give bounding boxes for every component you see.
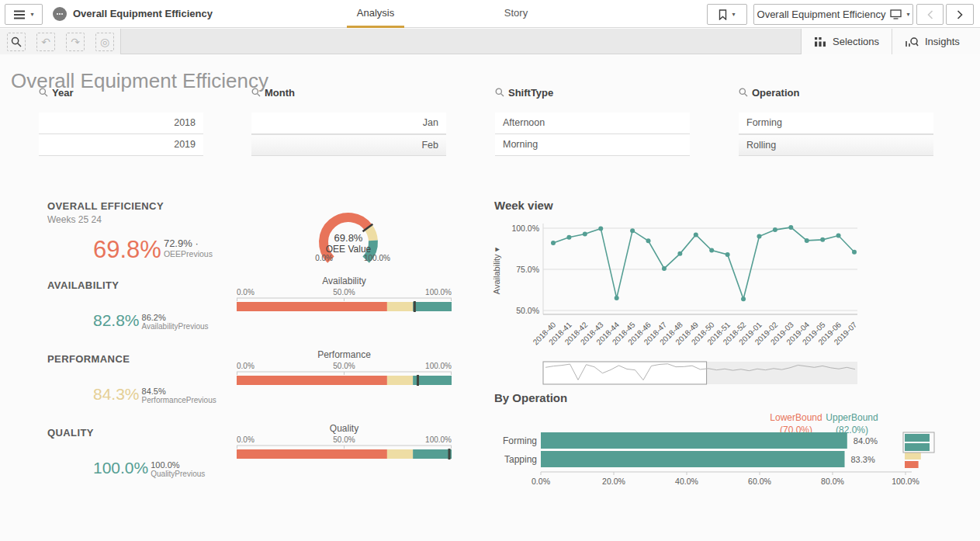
reset-icon: ◎	[100, 36, 109, 47]
search-icon	[39, 88, 48, 97]
clear-selections-button[interactable]: ◎	[95, 33, 114, 51]
quality-bullet-chart[interactable]: Quality0.0%50.0%100.0%	[237, 423, 452, 463]
section-value: 84.3%	[93, 386, 140, 402]
svg-text:Forming: Forming	[503, 435, 537, 446]
tab-story[interactable]: Story	[487, 0, 545, 28]
filter-pane-operation: OperationFormingRolling	[739, 85, 933, 156]
legend-upperbound: UpperBound	[826, 412, 878, 423]
svg-text:0.0%: 0.0%	[315, 254, 333, 262]
sheet-selector-button[interactable]: Overall Equipment Efficiency ▾	[753, 4, 913, 25]
data-point-2018-47[interactable]	[662, 266, 667, 271]
previous-sheet-button[interactable]	[916, 4, 944, 25]
smart-search-button[interactable]	[7, 33, 26, 51]
chevron-left-icon	[927, 10, 933, 19]
filter-title: Operation	[752, 87, 799, 99]
filter-header-shifttype[interactable]: ShiftType	[495, 85, 690, 99]
bar-tapping[interactable]	[541, 451, 845, 467]
svg-text:69.8%: 69.8%	[334, 232, 363, 244]
data-point-2018-40[interactable]	[551, 241, 556, 245]
section-value-row[interactable]: 84.3%84.5%PerformancePrevious	[93, 386, 216, 405]
filter-value-afternoon[interactable]: Afternoon	[495, 113, 690, 134]
oee-gauge-chart[interactable]: 69.8%OEE Value0.0%100.0%	[305, 203, 406, 272]
data-point-2018-52[interactable]	[741, 297, 746, 301]
data-point-2019-01[interactable]	[757, 234, 761, 239]
filter-value-forming[interactable]: Forming	[739, 113, 933, 134]
section-value-row[interactable]: 82.8%86.2%AvailabilityPrevious	[93, 312, 209, 331]
search-icon	[11, 36, 22, 47]
data-point-2018-48[interactable]	[677, 251, 682, 256]
svg-text:75.0%: 75.0%	[516, 265, 539, 274]
section-previous-name: PerformancePrevious	[142, 396, 216, 405]
filter-header-year[interactable]: Year	[39, 85, 203, 99]
next-sheet-button[interactable]	[946, 4, 974, 25]
filter-pane-shifttype: ShiftTypeAfternoonMorning	[495, 85, 690, 156]
filter-value-2018[interactable]: 2018	[39, 113, 203, 134]
svg-text:0.0%: 0.0%	[237, 288, 255, 297]
bar-forming[interactable]	[541, 432, 847, 449]
tab-analysis[interactable]: Analysis	[347, 0, 404, 28]
data-point-2018-45[interactable]	[630, 228, 635, 233]
svg-text:0.0%: 0.0%	[237, 362, 255, 370]
chevron-down-icon: ▾	[906, 12, 909, 18]
redo-button[interactable]: ↷	[66, 33, 85, 51]
filter-pane-month: MonthJanFeb	[251, 85, 446, 156]
svg-text:Performance: Performance	[317, 349, 371, 360]
insights-button[interactable]: Insights	[892, 29, 972, 54]
oee-previous-value: 72.9% ·	[164, 238, 213, 249]
section-previous-value: 86.2%	[142, 313, 209, 322]
filter-header-month[interactable]: Month	[251, 85, 446, 99]
svg-text:0.0%: 0.0%	[237, 435, 255, 444]
legend-lowerbound: LowerBound	[770, 412, 822, 423]
kpi-section-performance: PERFORMANCE84.3%84.5%PerformancePrevious…	[39, 347, 466, 421]
performance-bullet-chart[interactable]: Performance0.0%50.0%100.0%	[237, 349, 452, 390]
data-point-2018-43[interactable]	[598, 226, 603, 231]
data-point-2018-49[interactable]	[694, 232, 698, 237]
kpi-section-availability: AVAILABILITY82.8%86.2%AvailabilityPrevio…	[39, 273, 466, 347]
svg-text:83.3%: 83.3%	[851, 455, 875, 464]
data-point-2018-46[interactable]	[646, 238, 651, 243]
line-navigator-window[interactable]	[543, 362, 707, 384]
data-point-2019-03[interactable]	[788, 225, 793, 230]
availability-bullet-chart[interactable]: Availability0.0%50.0%100.0%	[237, 276, 452, 316]
section-previous-name: AvailabilityPrevious	[142, 322, 209, 331]
bookmark-icon	[719, 9, 727, 20]
global-menu-button[interactable]: ▾	[5, 4, 43, 25]
filter-value-morning[interactable]: Morning	[495, 134, 690, 156]
data-point-2018-51[interactable]	[725, 252, 730, 257]
svg-text:50.0%: 50.0%	[333, 288, 355, 297]
bookmarks-button[interactable]: ▾	[707, 4, 747, 25]
bar-navigator-mini-bar	[905, 443, 930, 451]
insights-icon	[905, 36, 919, 47]
data-point-2018-42[interactable]	[583, 231, 587, 236]
svg-text:60.0%: 60.0%	[748, 477, 771, 486]
undo-icon: ↶	[41, 36, 50, 47]
svg-text:50.0%: 50.0%	[333, 362, 355, 370]
search-icon	[495, 88, 504, 97]
filter-value-feb[interactable]: Feb	[251, 134, 446, 156]
filter-value-rolling[interactable]: Rolling	[739, 134, 933, 156]
data-point-2019-05[interactable]	[820, 238, 825, 242]
svg-text:Tapping: Tapping	[504, 454, 537, 465]
selections-tool-button[interactable]: Selections	[802, 29, 892, 54]
filter-value-2019[interactable]: 2019	[39, 134, 203, 156]
data-point-2018-44[interactable]	[615, 296, 619, 300]
filter-value-jan[interactable]: Jan	[251, 113, 446, 134]
section-previous-block: 84.5%PerformancePrevious	[142, 387, 216, 405]
data-point-2018-41[interactable]	[566, 235, 571, 240]
data-point-2019-07[interactable]	[852, 250, 857, 255]
app-logo-dots-icon	[55, 9, 64, 19]
filter-header-operation[interactable]: Operation	[739, 85, 933, 99]
data-point-2019-06[interactable]	[836, 234, 841, 238]
data-point-2019-04[interactable]	[805, 238, 809, 243]
data-point-2018-50[interactable]	[709, 248, 714, 253]
oee-kpi-value-row[interactable]: 69.8% 72.9% · OEEPrevious	[93, 238, 213, 262]
hamburger-icon	[13, 10, 26, 19]
data-point-2019-02[interactable]	[773, 227, 777, 232]
section-value-row[interactable]: 100.0%100.0%QualityPrevious	[93, 460, 205, 479]
redo-icon: ↷	[71, 36, 80, 47]
by-operation-chart[interactable]: LowerBound(70.0%)UpperBound(82.0%)Formin…	[489, 388, 939, 501]
y-axis-measure-label[interactable]: Availability ▾	[492, 247, 501, 294]
undo-button[interactable]: ↶	[36, 33, 55, 51]
section-previous-name: QualityPrevious	[151, 470, 205, 479]
week-view-chart[interactable]: Availability ▾100.0%75.0%50.0%2018-40201…	[489, 196, 939, 388]
